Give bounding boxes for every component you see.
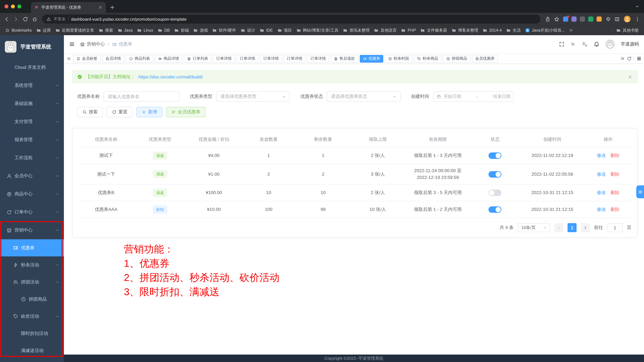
tags-menu-icon[interactable] xyxy=(636,56,642,61)
sidebar-item[interactable]: 砍价活动 xyxy=(0,308,64,325)
browser-tab[interactable]: 芋道管理系统 - 优惠券 xyxy=(31,2,106,13)
tags-refresh-icon[interactable] xyxy=(627,56,632,61)
tags-scroll-left-icon[interactable] xyxy=(66,56,71,61)
sidebar-item[interactable]: 限时折扣活动 xyxy=(0,325,64,342)
sidebar-item[interactable]: 报表管理 xyxy=(0,131,64,149)
coupon-status-select[interactable]: 请选择优惠券状态 xyxy=(327,91,401,102)
browser-profile-avatar[interactable] xyxy=(623,15,631,23)
bookmark-folder[interactable]: 网站/博客/文章/工具 xyxy=(294,27,340,34)
sidebar-item[interactable]: 优惠券 xyxy=(0,239,64,256)
bookmark-folder[interactable]: 项目 xyxy=(276,27,294,34)
address-bar[interactable]: 不安全 dashboard-vue3.yudao.iocoder.cn/prom… xyxy=(42,15,540,24)
search-button[interactable]: 搜索 xyxy=(77,107,103,117)
sidebar-item[interactable]: 基础设施 xyxy=(0,95,64,113)
extensions-puzzle-icon[interactable] xyxy=(605,16,611,22)
font-size-icon[interactable]: Tr xyxy=(570,41,576,47)
tab-tag[interactable]: 订单列表 xyxy=(184,55,211,63)
delete-link[interactable]: 删除 xyxy=(610,171,620,177)
bookmark-folder[interactable]: 近期需要读的文章 xyxy=(54,27,96,34)
tab-tag[interactable]: 拼团商品 xyxy=(443,55,470,63)
tab-tag[interactable]: 订单详情 xyxy=(284,55,306,63)
bookmark-folder[interactable]: 运营 xyxy=(34,27,53,34)
tab-search-icon[interactable] xyxy=(635,4,640,9)
tab-tag[interactable]: 商品详情 xyxy=(155,55,182,63)
bookmark-folder[interactable]: Linux xyxy=(135,27,155,34)
delete-link[interactable]: 删除 xyxy=(610,206,620,213)
sidebar-item[interactable]: 订单中心 xyxy=(0,203,64,221)
sidebar-item[interactable]: 满减送活动 xyxy=(0,342,64,359)
tab-tag[interactable]: 会员详情 xyxy=(102,55,124,63)
tab-tag[interactable]: 订单详情 xyxy=(260,55,282,63)
status-toggle[interactable] xyxy=(489,190,502,196)
bookmark-folder[interactable]: Java xyxy=(116,27,134,34)
bookmark-folder[interactable]: 其他语言 xyxy=(372,27,399,34)
bookmark-folder[interactable]: 搜索 xyxy=(97,27,115,34)
tab-close-icon[interactable] xyxy=(98,5,102,10)
bookmark-link-item[interactable]: B Java开发|小组首... xyxy=(523,27,567,34)
settings-button[interactable] xyxy=(636,185,644,198)
member-coupon-button[interactable]: 会员优惠券 xyxy=(166,107,206,117)
app-logo-row[interactable]: 芋道管理系统 xyxy=(0,35,64,59)
tab-tag[interactable]: 秒杀时段 xyxy=(385,55,412,63)
next-page-button[interactable] xyxy=(581,223,590,232)
banner-doc-link[interactable]: https://doc.iocoder.cn/mall/build/ xyxy=(138,74,202,80)
tab-tag[interactable]: 订单详情 xyxy=(307,55,329,63)
current-page-button[interactable]: 1 xyxy=(568,223,576,232)
bookmarks-overflow-icon[interactable] xyxy=(569,28,573,33)
tab-tag[interactable]: 会员优惠券 xyxy=(472,55,498,63)
bookmark-folder[interactable]: 2014-4 xyxy=(481,27,504,34)
other-bookmarks[interactable]: 其他书签 xyxy=(614,27,641,34)
tab-tag[interactable]: 售后退款 xyxy=(331,55,358,63)
page-size-select[interactable]: 10条/页 xyxy=(518,223,550,232)
breadcrumb-item[interactable]: 营销中心 xyxy=(80,41,105,47)
fullscreen-icon[interactable] xyxy=(559,41,565,47)
sidebar-item[interactable]: 会员中心 xyxy=(0,167,64,185)
username[interactable]: 芋道源码 xyxy=(621,41,639,47)
coupon-name-input[interactable] xyxy=(104,91,180,102)
delete-link[interactable]: 删除 xyxy=(610,152,620,159)
prev-page-button[interactable] xyxy=(554,223,563,232)
extension-icon[interactable] xyxy=(596,17,602,22)
bookmark-folder[interactable]: 游戏 xyxy=(191,27,210,34)
collapse-sidebar-icon[interactable] xyxy=(69,41,75,47)
edit-link[interactable]: 修改 xyxy=(597,189,606,196)
extension-icon[interactable] xyxy=(588,17,593,22)
tab-tag[interactable]: 优惠券 xyxy=(360,55,383,63)
date-range-picker[interactable]: 开始日期 – 结束日期 xyxy=(433,91,514,102)
tab-tag[interactable]: 会员标签 xyxy=(73,55,101,63)
add-coupon-button[interactable]: 新增 xyxy=(136,107,162,117)
user-avatar[interactable] xyxy=(605,39,615,49)
bookmark-folder[interactable]: IDE xyxy=(258,27,275,34)
bookmark-folder[interactable]: DB xyxy=(156,27,172,34)
edit-link[interactable]: 修改 xyxy=(597,152,606,159)
tab-tag[interactable]: 商品列表 xyxy=(126,55,153,63)
bookmark-folder[interactable]: 博客未整理 xyxy=(450,27,480,34)
zoom-window-button[interactable] xyxy=(18,5,21,9)
bookmark-folder[interactable]: 文件服务器 xyxy=(418,27,449,34)
tab-tag[interactable]: 订单详情 xyxy=(213,55,235,63)
bookmark-folder[interactable]: 设计 xyxy=(238,27,257,34)
status-toggle[interactable] xyxy=(489,206,502,213)
status-toggle[interactable] xyxy=(489,152,502,159)
split-view-icon[interactable] xyxy=(614,16,620,22)
sidebar-item[interactable]: 支付管理 xyxy=(0,113,64,131)
bookmark-star-icon[interactable] xyxy=(554,16,560,22)
share-icon[interactable] xyxy=(545,16,550,22)
tab-tag[interactable]: 订单详情 xyxy=(236,55,258,63)
language-icon[interactable]: 文A xyxy=(582,41,588,47)
bookmark-folder[interactable]: 软件/硬件 xyxy=(210,27,238,34)
bookmark-folder[interactable]: 生活 xyxy=(504,27,523,34)
extension-icon[interactable] xyxy=(580,17,585,22)
reload-button[interactable] xyxy=(22,16,28,22)
edit-link[interactable]: 修改 xyxy=(597,206,606,213)
bookmark-folder[interactable]: PHP xyxy=(399,27,418,34)
sidebar-item[interactable]: 拼团活动 xyxy=(0,273,64,291)
sidebar-item[interactable]: 系统管理 xyxy=(0,77,64,95)
goto-page-input[interactable] xyxy=(607,223,623,232)
edit-link[interactable]: 修改 xyxy=(597,171,606,177)
sidebar-item[interactable]: 工作流程 xyxy=(0,149,64,167)
new-tab-button[interactable] xyxy=(110,5,115,10)
bookmarks-root[interactable]: Bookmarks xyxy=(3,27,34,34)
sidebar-item[interactable]: 秒杀活动 xyxy=(0,256,64,273)
sidebar-item[interactable]: 营销中心 xyxy=(0,221,64,239)
